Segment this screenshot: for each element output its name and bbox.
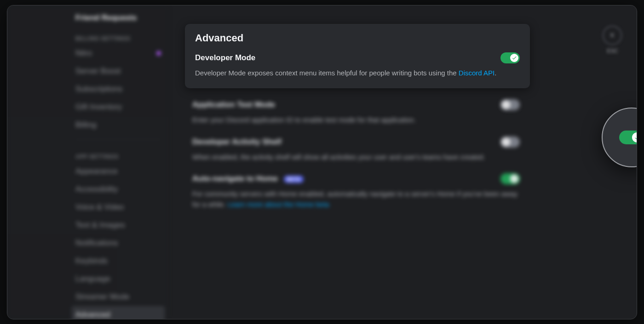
- sidebar-item-notifications[interactable]: Notifications: [72, 234, 165, 252]
- discord-api-link[interactable]: Discord API: [459, 69, 494, 77]
- sidebar-item-label: Nitro: [75, 49, 92, 58]
- sidebar-item-appearance[interactable]: Appearance: [72, 163, 165, 180]
- sidebar-item-keybinds[interactable]: Keybinds: [72, 252, 165, 270]
- setting-title-developer-mode: Developer Mode: [195, 53, 255, 63]
- desc-text: Developer Mode exposes context menu item…: [195, 69, 459, 77]
- sidebar: Friend Requests BILLING SETTINGS Nitro S…: [7, 6, 168, 319]
- toggle-knob: [502, 138, 510, 146]
- sidebar-item-voice-video[interactable]: Voice & Video: [72, 199, 165, 216]
- sidebar-item-nitro[interactable]: Nitro: [72, 45, 165, 62]
- setting-row: Application Test Mode Enter your Discord…: [185, 88, 530, 125]
- toggle-knob: [510, 175, 518, 183]
- toggle-knob: [502, 101, 510, 109]
- main-content: ESC Advanced Developer Mode Developer Mo…: [168, 6, 637, 319]
- setting-desc: Enter your Discord application ID to ena…: [192, 115, 520, 125]
- sidebar-item-language[interactable]: Language: [72, 270, 165, 288]
- sidebar-item-friend-requests[interactable]: Friend Requests: [72, 9, 165, 27]
- x-icon: [503, 102, 509, 108]
- desc-text: .: [494, 69, 496, 77]
- setting-desc: For community servers with Home enabled,…: [192, 189, 520, 210]
- sidebar-heading-app: APP SETTINGS: [72, 145, 165, 163]
- check-icon: [512, 55, 517, 61]
- page-title: Advanced: [195, 32, 520, 44]
- learn-more-link[interactable]: Learn more about the Home beta: [228, 200, 329, 208]
- advanced-card: Advanced Developer Mode Developer Mode e…: [185, 24, 530, 89]
- toggle-knob: [632, 132, 637, 142]
- sidebar-item-advanced[interactable]: Advanced: [72, 306, 165, 319]
- toggle-auto-home[interactable]: [500, 173, 520, 184]
- toggle-knob: [510, 54, 518, 62]
- setting-title-activity-shelf: Developer Activity Shelf: [192, 137, 282, 147]
- sidebar-item-text-images[interactable]: Text & Images: [72, 216, 165, 234]
- sidebar-item-streamer-mode[interactable]: Streamer Mode: [72, 288, 165, 306]
- setting-title-auto-home: Auto-navigate to Home: [192, 174, 278, 183]
- magnified-toggle: [619, 131, 637, 144]
- beta-badge: BETA: [284, 176, 304, 183]
- check-icon: [634, 134, 637, 141]
- setting-row: Auto-navigate to Home BETA For community…: [185, 162, 530, 210]
- toggle-developer-mode[interactable]: [500, 52, 520, 63]
- divider: [75, 139, 161, 140]
- sidebar-heading-billing: BILLING SETTINGS: [72, 27, 165, 45]
- setting-title-app-test-mode: Application Test Mode: [192, 100, 275, 109]
- close-button[interactable]: [603, 26, 622, 45]
- sidebar-item-gift-inventory[interactable]: Gift Inventory: [72, 98, 165, 116]
- setting-row: Developer Activity Shelf When enabled, t…: [185, 125, 530, 163]
- sidebar-item-server-boost[interactable]: Server Boost: [72, 63, 165, 80]
- toggle-activity-shelf[interactable]: [500, 136, 520, 148]
- settings-window: Friend Requests BILLING SETTINGS Nitro S…: [7, 5, 637, 319]
- nitro-indicator-icon: [156, 51, 161, 56]
- sidebar-item-accessibility[interactable]: Accessibility: [72, 181, 165, 198]
- sidebar-item-subscriptions[interactable]: Subscriptions: [72, 80, 165, 98]
- check-icon: [512, 176, 517, 182]
- esc-label: ESC: [607, 48, 618, 54]
- sidebar-item-billing[interactable]: Billing: [72, 116, 165, 134]
- setting-desc-developer-mode: Developer Mode exposes context menu item…: [195, 68, 520, 79]
- x-icon: [503, 139, 509, 145]
- setting-desc: When enabled, the activity shelf will sh…: [192, 152, 520, 163]
- toggle-app-test-mode[interactable]: [500, 99, 520, 110]
- close-icon: [608, 31, 616, 40]
